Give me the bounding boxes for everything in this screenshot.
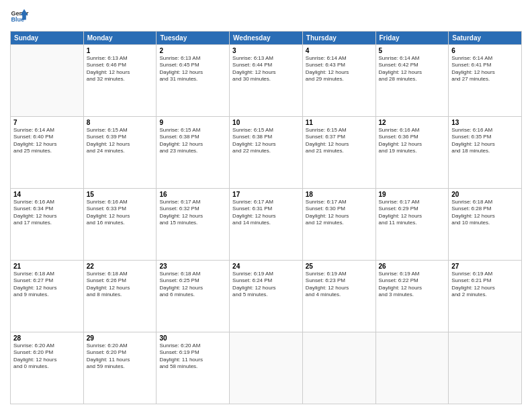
calendar-cell: 13Sunrise: 6:16 AM Sunset: 6:35 PM Dayli… bbox=[449, 117, 522, 189]
day-number: 18 bbox=[306, 191, 373, 198]
cell-details: Sunrise: 6:20 AM Sunset: 6:20 PM Dayligh… bbox=[87, 342, 154, 371]
cell-details: Sunrise: 6:17 AM Sunset: 6:30 PM Dayligh… bbox=[306, 199, 373, 227]
calendar-cell: 6Sunrise: 6:14 AM Sunset: 6:41 PM Daylig… bbox=[449, 45, 522, 117]
col-header-saturday: Saturday bbox=[449, 32, 522, 45]
calendar-cell: 19Sunrise: 6:17 AM Sunset: 6:29 PM Dayli… bbox=[375, 189, 449, 261]
cell-details: Sunrise: 6:20 AM Sunset: 6:19 PM Dayligh… bbox=[159, 342, 226, 371]
day-number: 19 bbox=[379, 191, 446, 198]
col-header-wednesday: Wednesday bbox=[230, 32, 303, 45]
calendar-week-row: 7Sunrise: 6:14 AM Sunset: 6:40 PM Daylig… bbox=[11, 117, 522, 189]
calendar-cell bbox=[230, 332, 303, 404]
calendar-cell: 20Sunrise: 6:18 AM Sunset: 6:28 PM Dayli… bbox=[449, 189, 522, 261]
cell-details: Sunrise: 6:13 AM Sunset: 6:44 PM Dayligh… bbox=[232, 55, 300, 83]
calendar-cell: 8Sunrise: 6:15 AM Sunset: 6:39 PM Daylig… bbox=[83, 117, 157, 189]
calendar-cell: 9Sunrise: 6:15 AM Sunset: 6:38 PM Daylig… bbox=[157, 117, 230, 189]
day-number: 15 bbox=[87, 191, 154, 198]
calendar-week-row: 1Sunrise: 6:13 AM Sunset: 6:46 PM Daylig… bbox=[11, 45, 522, 117]
day-number: 26 bbox=[379, 263, 446, 270]
cell-details: Sunrise: 6:16 AM Sunset: 6:34 PM Dayligh… bbox=[13, 199, 81, 227]
cell-details: Sunrise: 6:18 AM Sunset: 6:28 PM Dayligh… bbox=[451, 199, 519, 227]
calendar-cell: 4Sunrise: 6:14 AM Sunset: 6:43 PM Daylig… bbox=[302, 45, 375, 117]
day-number: 7 bbox=[13, 119, 81, 126]
calendar-cell: 2Sunrise: 6:13 AM Sunset: 6:45 PM Daylig… bbox=[157, 45, 230, 117]
cell-details: Sunrise: 6:17 AM Sunset: 6:31 PM Dayligh… bbox=[232, 199, 300, 227]
day-number: 10 bbox=[232, 119, 300, 126]
cell-details: Sunrise: 6:17 AM Sunset: 6:32 PM Dayligh… bbox=[159, 199, 226, 227]
day-number: 5 bbox=[379, 47, 446, 54]
cell-details: Sunrise: 6:19 AM Sunset: 6:24 PM Dayligh… bbox=[232, 271, 300, 299]
logo-icon: General Blue bbox=[10, 7, 29, 26]
cell-details: Sunrise: 6:14 AM Sunset: 6:41 PM Dayligh… bbox=[451, 55, 519, 83]
cell-details: Sunrise: 6:15 AM Sunset: 6:37 PM Dayligh… bbox=[306, 127, 373, 155]
calendar-cell: 28Sunrise: 6:20 AM Sunset: 6:20 PM Dayli… bbox=[11, 332, 84, 404]
calendar-cell: 5Sunrise: 6:14 AM Sunset: 6:42 PM Daylig… bbox=[375, 45, 449, 117]
calendar-cell: 12Sunrise: 6:16 AM Sunset: 6:36 PM Dayli… bbox=[375, 117, 449, 189]
cell-details: Sunrise: 6:14 AM Sunset: 6:40 PM Dayligh… bbox=[13, 127, 81, 155]
day-number: 8 bbox=[87, 119, 154, 126]
day-number: 29 bbox=[87, 334, 154, 342]
cell-details: Sunrise: 6:18 AM Sunset: 6:27 PM Dayligh… bbox=[13, 271, 81, 299]
col-header-thursday: Thursday bbox=[302, 32, 375, 45]
calendar-cell: 24Sunrise: 6:19 AM Sunset: 6:24 PM Dayli… bbox=[230, 261, 303, 332]
cell-details: Sunrise: 6:13 AM Sunset: 6:46 PM Dayligh… bbox=[87, 55, 154, 83]
calendar-cell: 16Sunrise: 6:17 AM Sunset: 6:32 PM Dayli… bbox=[157, 189, 230, 261]
calendar-cell: 23Sunrise: 6:18 AM Sunset: 6:25 PM Dayli… bbox=[157, 261, 230, 332]
calendar-cell: 29Sunrise: 6:20 AM Sunset: 6:20 PM Dayli… bbox=[83, 332, 157, 404]
day-number: 28 bbox=[13, 334, 81, 342]
day-number: 22 bbox=[87, 263, 154, 270]
col-header-friday: Friday bbox=[375, 32, 449, 45]
day-number: 24 bbox=[232, 263, 300, 270]
day-number: 23 bbox=[159, 263, 226, 270]
cell-details: Sunrise: 6:17 AM Sunset: 6:29 PM Dayligh… bbox=[379, 199, 446, 227]
cell-details: Sunrise: 6:14 AM Sunset: 6:43 PM Dayligh… bbox=[306, 55, 373, 83]
day-number: 11 bbox=[306, 119, 373, 126]
col-header-sunday: Sunday bbox=[11, 32, 84, 45]
calendar-cell: 14Sunrise: 6:16 AM Sunset: 6:34 PM Dayli… bbox=[11, 189, 84, 261]
calendar-cell: 7Sunrise: 6:14 AM Sunset: 6:40 PM Daylig… bbox=[11, 117, 84, 189]
day-number: 16 bbox=[159, 191, 226, 198]
calendar-header-row: SundayMondayTuesdayWednesdayThursdayFrid… bbox=[11, 32, 522, 45]
calendar-cell: 26Sunrise: 6:19 AM Sunset: 6:22 PM Dayli… bbox=[375, 261, 449, 332]
calendar-cell: 30Sunrise: 6:20 AM Sunset: 6:19 PM Dayli… bbox=[157, 332, 230, 404]
day-number: 6 bbox=[451, 47, 519, 54]
day-number: 21 bbox=[13, 263, 81, 270]
col-header-tuesday: Tuesday bbox=[157, 32, 230, 45]
calendar-week-row: 21Sunrise: 6:18 AM Sunset: 6:27 PM Dayli… bbox=[11, 261, 522, 332]
day-number: 17 bbox=[232, 191, 300, 198]
cell-details: Sunrise: 6:15 AM Sunset: 6:38 PM Dayligh… bbox=[232, 127, 300, 155]
cell-details: Sunrise: 6:18 AM Sunset: 6:25 PM Dayligh… bbox=[159, 271, 226, 299]
calendar-cell: 11Sunrise: 6:15 AM Sunset: 6:37 PM Dayli… bbox=[302, 117, 375, 189]
page: General Blue SundayMondayTuesdayWednesda… bbox=[0, 0, 532, 411]
calendar-cell: 15Sunrise: 6:16 AM Sunset: 6:33 PM Dayli… bbox=[83, 189, 157, 261]
day-number: 1 bbox=[87, 47, 154, 54]
day-number: 20 bbox=[451, 191, 519, 198]
calendar-cell: 17Sunrise: 6:17 AM Sunset: 6:31 PM Dayli… bbox=[230, 189, 303, 261]
day-number: 12 bbox=[379, 119, 446, 126]
calendar-cell bbox=[302, 332, 375, 404]
day-number: 9 bbox=[159, 119, 226, 126]
cell-details: Sunrise: 6:16 AM Sunset: 6:36 PM Dayligh… bbox=[379, 127, 446, 155]
cell-details: Sunrise: 6:14 AM Sunset: 6:42 PM Dayligh… bbox=[379, 55, 446, 83]
cell-details: Sunrise: 6:16 AM Sunset: 6:35 PM Dayligh… bbox=[451, 127, 519, 155]
calendar-cell: 18Sunrise: 6:17 AM Sunset: 6:30 PM Dayli… bbox=[302, 189, 375, 261]
cell-details: Sunrise: 6:18 AM Sunset: 6:26 PM Dayligh… bbox=[87, 271, 154, 299]
cell-details: Sunrise: 6:19 AM Sunset: 6:22 PM Dayligh… bbox=[379, 271, 446, 299]
calendar-cell bbox=[375, 332, 449, 404]
calendar-cell: 22Sunrise: 6:18 AM Sunset: 6:26 PM Dayli… bbox=[83, 261, 157, 332]
calendar-cell: 21Sunrise: 6:18 AM Sunset: 6:27 PM Dayli… bbox=[11, 261, 84, 332]
cell-details: Sunrise: 6:13 AM Sunset: 6:45 PM Dayligh… bbox=[159, 55, 226, 83]
calendar-cell: 1Sunrise: 6:13 AM Sunset: 6:46 PM Daylig… bbox=[83, 45, 157, 117]
calendar-cell: 3Sunrise: 6:13 AM Sunset: 6:44 PM Daylig… bbox=[230, 45, 303, 117]
col-header-monday: Monday bbox=[83, 32, 157, 45]
calendar-cell: 10Sunrise: 6:15 AM Sunset: 6:38 PM Dayli… bbox=[230, 117, 303, 189]
calendar-cell: 25Sunrise: 6:19 AM Sunset: 6:23 PM Dayli… bbox=[302, 261, 375, 332]
cell-details: Sunrise: 6:19 AM Sunset: 6:23 PM Dayligh… bbox=[306, 271, 373, 299]
day-number: 30 bbox=[159, 334, 226, 342]
day-number: 4 bbox=[306, 47, 373, 54]
svg-text:Blue: Blue bbox=[11, 16, 24, 23]
calendar-cell bbox=[11, 45, 84, 117]
cell-details: Sunrise: 6:15 AM Sunset: 6:39 PM Dayligh… bbox=[87, 127, 154, 155]
cell-details: Sunrise: 6:19 AM Sunset: 6:21 PM Dayligh… bbox=[451, 271, 519, 299]
day-number: 27 bbox=[451, 263, 519, 270]
header: General Blue bbox=[10, 7, 522, 26]
